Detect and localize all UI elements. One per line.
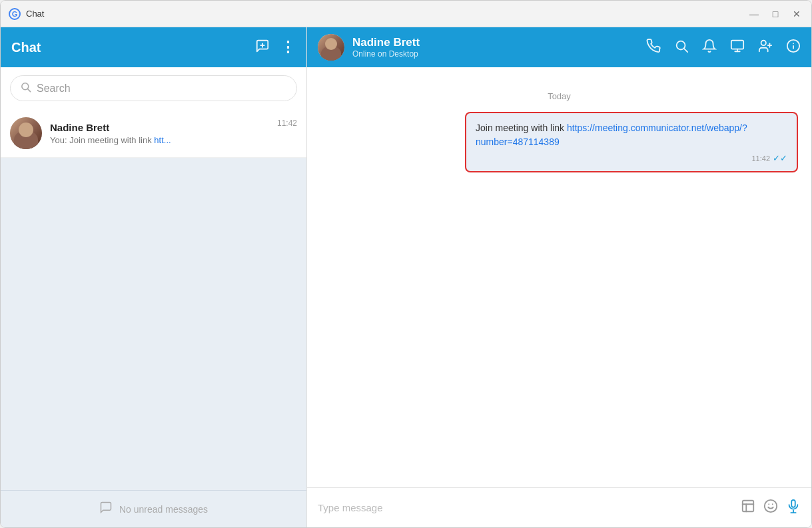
titlebar: G Chat — □ ✕	[1, 1, 811, 27]
sidebar-empty-area	[1, 158, 306, 490]
sidebar-footer: No unread messages	[1, 490, 306, 527]
svg-rect-19	[791, 500, 795, 507]
message-text: Join meeting with link https://meeting.c…	[476, 121, 787, 149]
sidebar-title: Chat	[11, 40, 255, 55]
more-options-icon[interactable]: ⋮	[280, 39, 296, 56]
titlebar-title: Chat	[26, 9, 747, 19]
main-content: Chat ⋮	[1, 27, 811, 527]
message-time: 11:42	[751, 154, 770, 162]
add-person-icon[interactable]	[758, 39, 773, 57]
mic-icon[interactable]	[786, 499, 801, 517]
conversation-preview: You: Join meeting with link htt...	[50, 135, 277, 145]
chat-header-avatar	[318, 34, 344, 61]
screen-share-icon[interactable]	[730, 39, 745, 57]
conversation-name: Nadine Brett	[50, 122, 277, 133]
chat-area: Nadine Brett Online on Desktop	[307, 27, 811, 527]
message-input[interactable]	[318, 502, 733, 513]
minimize-button[interactable]: —	[747, 7, 761, 21]
app-window: G Chat — □ ✕ Chat ⋮	[0, 0, 812, 528]
sidebar-header: Chat ⋮	[1, 27, 306, 67]
attachment-icon[interactable]	[741, 499, 755, 517]
search-area	[1, 67, 306, 109]
svg-rect-6	[731, 40, 743, 49]
search-icon	[20, 81, 31, 95]
message-text-prefix: Join meeting with link	[476, 123, 567, 133]
sidebar-header-icons: ⋮	[255, 39, 296, 57]
preview-link[interactable]: htt...	[154, 135, 171, 145]
svg-line-5	[684, 49, 687, 52]
date-divider: Today	[320, 91, 798, 101]
svg-line-3	[28, 89, 31, 92]
conversation-list: Nadine Brett You: Join meeting with link…	[1, 109, 306, 158]
message-row: Join meeting with link https://meeting.c…	[320, 112, 798, 172]
search-icon[interactable]	[674, 39, 689, 57]
new-chat-icon[interactable]	[255, 39, 270, 57]
svg-point-16	[765, 500, 777, 512]
conversation-info: Nadine Brett You: Join meeting with link…	[50, 122, 277, 145]
window-controls: — □ ✕	[747, 7, 803, 21]
close-button[interactable]: ✕	[790, 7, 803, 21]
message-checks: ✓✓	[773, 153, 787, 163]
maximize-button[interactable]: □	[769, 7, 782, 21]
avatar	[10, 117, 42, 149]
emoji-icon[interactable]	[763, 499, 778, 517]
chat-header-info: Nadine Brett Online on Desktop	[352, 36, 646, 59]
chat-header-actions	[646, 39, 801, 57]
preview-text-prefix: You: Join meeting with link	[50, 135, 154, 145]
chat-header: Nadine Brett Online on Desktop	[307, 27, 811, 67]
message-bubble: Join meeting with link https://meeting.c…	[465, 112, 798, 172]
info-icon[interactable]	[786, 39, 801, 57]
svg-point-9	[761, 40, 766, 45]
sidebar: Chat ⋮	[1, 27, 307, 527]
chat-header-avatar-image	[318, 34, 344, 61]
message-meta: 11:42 ✓✓	[476, 153, 787, 163]
avatar-image	[10, 117, 42, 149]
chat-header-name: Nadine Brett	[352, 36, 646, 49]
conversation-time: 11:42	[277, 119, 297, 128]
messages-area[interactable]: Today Join meeting with link https://mee…	[307, 67, 811, 487]
svg-rect-15	[743, 501, 754, 512]
no-messages-icon	[99, 501, 113, 517]
input-area	[307, 487, 811, 527]
chat-header-status: Online on Desktop	[352, 49, 646, 59]
search-box	[10, 75, 297, 101]
call-icon[interactable]	[646, 39, 661, 57]
no-messages-label: No unread messages	[119, 504, 208, 515]
conversation-item[interactable]: Nadine Brett You: Join meeting with link…	[1, 109, 306, 158]
app-icon: G	[9, 8, 21, 20]
search-input[interactable]	[37, 83, 287, 95]
notifications-icon[interactable]	[702, 39, 717, 57]
